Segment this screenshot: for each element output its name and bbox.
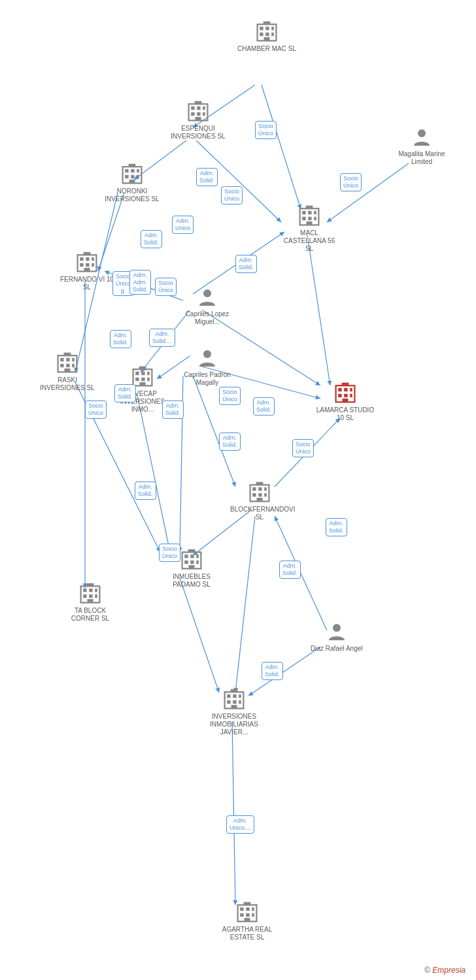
node-noronki[interactable]: NORONKI INVERSIONES SL: [103, 162, 162, 203]
building-icon-espenqui: [186, 99, 210, 123]
svg-rect-85: [72, 358, 75, 361]
svg-rect-92: [135, 372, 139, 375]
building-icon-raski: [56, 351, 79, 374]
edge-label-19[interactable]: SocioÚnico: [292, 439, 314, 457]
svg-rect-109: [256, 482, 264, 485]
svg-rect-30: [260, 33, 263, 36]
svg-rect-113: [196, 555, 199, 558]
building-icon-fernando: [75, 250, 99, 274]
svg-rect-102: [252, 487, 256, 491]
svg-rect-90: [64, 353, 71, 356]
svg-rect-106: [258, 493, 262, 497]
svg-rect-121: [89, 589, 92, 592]
watermark-copyright: ©: [424, 966, 432, 975]
svg-line-0: [262, 85, 301, 209]
svg-rect-36: [191, 106, 194, 110]
svg-rect-74: [338, 388, 341, 391]
node-lamarca[interactable]: LAMARCA STUDIO 10 SL: [316, 381, 375, 422]
node-diaz-rafael[interactable]: Diaz Rafael Angel: [311, 622, 363, 653]
edge-label-14[interactable]: SocioÚnico: [219, 387, 241, 405]
svg-rect-97: [147, 378, 150, 381]
node-espenqui[interactable]: ESPENQUI INVERSIONES SL: [169, 99, 228, 140]
svg-rect-79: [350, 394, 352, 397]
edge-label-21[interactable]: SocioÚnico: [159, 544, 180, 562]
building-icon-inversiones: [222, 687, 246, 711]
svg-rect-136: [231, 705, 237, 708]
label-inversiones-javier: INVERSIONES INMOBILIARIAS JAVIER...: [205, 713, 264, 736]
svg-rect-47: [131, 169, 134, 172]
svg-rect-48: [137, 169, 139, 172]
edge-label-10[interactable]: SocioÚnico: [155, 278, 177, 296]
label-agartha: AGARTHA REAL ESTATE SL: [218, 926, 277, 941]
node-chamber-mac[interactable]: CHAMBER MAC SL: [237, 20, 296, 53]
edge-label-2[interactable]: Adm.Solid.: [196, 168, 218, 186]
svg-point-44: [418, 129, 426, 137]
svg-rect-104: [264, 487, 267, 491]
edge-label-5[interactable]: Adm.Unico: [172, 216, 194, 234]
node-raski[interactable]: RASKI INVERSIONES SL: [38, 351, 97, 392]
node-inversiones-javier[interactable]: INVERSIONES INMOBILIARIAS JAVIER...: [205, 687, 264, 736]
edge-label-12[interactable]: Adm.Solid.: [110, 330, 131, 348]
svg-rect-33: [264, 37, 270, 41]
svg-rect-88: [72, 364, 75, 367]
building-icon-agartha: [235, 900, 259, 924]
svg-rect-117: [189, 565, 195, 568]
svg-rect-144: [252, 913, 254, 917]
edge-label-24[interactable]: Adm.Solid.: [262, 662, 283, 680]
node-blockfernandovi[interactable]: BLOCKFERNANDOVI SL: [230, 480, 289, 521]
svg-rect-122: [95, 589, 97, 592]
svg-rect-34: [264, 22, 271, 25]
edge-label-9[interactable]: Adm.Adm.Solid.: [129, 270, 151, 295]
svg-rect-76: [350, 388, 352, 391]
svg-rect-70: [84, 268, 90, 271]
node-capriles-padron[interactable]: Capriles Padron Magally: [178, 348, 237, 387]
edge-label-16[interactable]: SocioÚnico: [85, 400, 107, 419]
svg-rect-115: [190, 561, 194, 564]
svg-line-15: [137, 395, 170, 552]
svg-rect-94: [147, 372, 150, 375]
edge-label-20[interactable]: Adm.Solid.: [135, 482, 156, 500]
edge-label-4[interactable]: SocioÚnico: [340, 173, 362, 191]
svg-rect-133: [227, 700, 230, 704]
node-capriles-lopez[interactable]: Capriles Lopez Miguel...: [178, 287, 237, 326]
label-ta-block: TA BLOCK CORNER SL: [61, 607, 120, 623]
edge-label-3[interactable]: SocioÚnico: [221, 186, 243, 204]
edge-label-25[interactable]: Adm.Unico,...: [226, 815, 254, 834]
node-ta-block[interactable]: TA BLOCK CORNER SL: [61, 581, 120, 623]
edge-label-22[interactable]: Adm.Solid.: [326, 518, 347, 536]
edge-label-18[interactable]: Adm.Solid.: [219, 433, 241, 451]
edge-label-11[interactable]: Adm.Solid....: [149, 329, 175, 347]
svg-rect-55: [302, 211, 305, 214]
svg-rect-105: [252, 493, 256, 497]
building-icon-chamber: [255, 20, 279, 43]
edge-label-6[interactable]: Adm.Solid.: [141, 230, 162, 248]
node-fernando[interactable]: FERNANDO VI 10 SL: [58, 250, 116, 291]
building-icon-block: [248, 480, 271, 504]
label-macl: MACL CASTELLANA 56 SL: [280, 229, 339, 253]
svg-rect-57: [314, 211, 316, 214]
person-icon-diaz: [326, 622, 347, 643]
building-icon-lamarca: [333, 381, 357, 404]
edge-label-7[interactable]: Adm.Solid.: [235, 255, 257, 273]
svg-rect-67: [80, 263, 83, 267]
person-icon-capriles-padron: [197, 348, 218, 369]
svg-rect-95: [135, 378, 139, 381]
label-lamarca: LAMARCA STUDIO 10 SL: [316, 406, 375, 422]
svg-point-72: [203, 289, 211, 297]
node-magalita[interactable]: Magalita Marine Limited: [392, 127, 451, 166]
edge-label-15[interactable]: Adm.Solid.: [253, 397, 275, 416]
node-agartha[interactable]: AGARTHA REAL ESTATE SL: [218, 900, 277, 941]
edge-label-1[interactable]: SocioÚnico: [255, 121, 277, 139]
edge-label-23[interactable]: Adm.Solid.: [279, 561, 301, 579]
edge-label-13[interactable]: Adm.Solid.: [114, 384, 136, 402]
node-macl[interactable]: MACL CASTELLANA 56 SL: [280, 204, 339, 253]
svg-rect-61: [307, 221, 313, 225]
svg-line-25: [232, 722, 235, 905]
svg-rect-103: [258, 487, 262, 491]
svg-point-128: [333, 624, 341, 632]
label-capriles-lopez: Capriles Lopez Miguel...: [178, 310, 237, 326]
label-chamber-mac: CHAMBER MAC SL: [237, 45, 296, 53]
edge-label-17[interactable]: Adm.Solid.: [162, 400, 184, 419]
building-icon-ta-block: [78, 581, 102, 605]
svg-rect-42: [196, 117, 201, 120]
